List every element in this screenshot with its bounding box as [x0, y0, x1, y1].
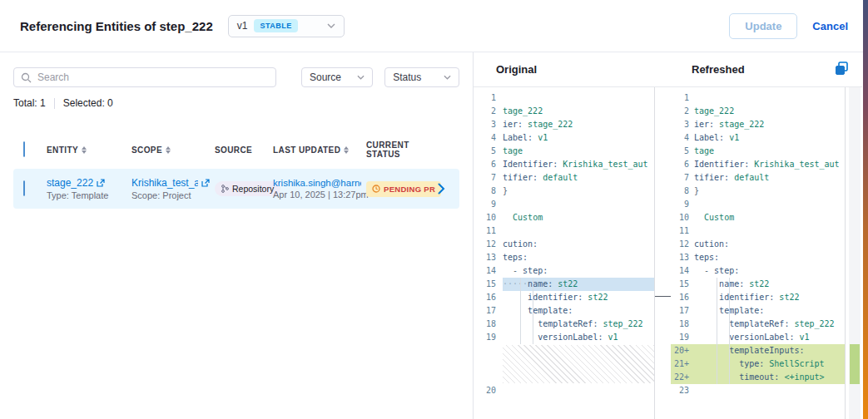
row-checkbox[interactable] — [23, 180, 25, 196]
entity-name-link[interactable]: stage_222 — [47, 177, 93, 189]
scope-sub: Scope: Project — [131, 190, 215, 200]
indent-guide — [533, 278, 533, 344]
line-number: 23 — [671, 384, 694, 397]
code-line: 5tage — [671, 145, 845, 158]
source-filter-dropdown[interactable]: Source — [301, 67, 373, 87]
sort-icon[interactable] — [166, 146, 171, 154]
line-number: 11 — [474, 224, 503, 238]
indent-guide — [729, 278, 730, 384]
page-edge-gradient — [863, 0, 868, 419]
code-line: 19 versionLabel: v1 — [474, 331, 654, 344]
version-value: v1 — [237, 20, 248, 32]
status-badge: PENDING PR — [366, 181, 441, 197]
table-row[interactable]: stage_222 Type: Template Krishika_test_a… — [13, 169, 459, 209]
code-line: 7tifier: default — [474, 171, 654, 185]
code-line: 19 versionLabel: v1 — [671, 331, 845, 344]
line-number: 8 — [671, 185, 694, 198]
stable-badge: STABLE — [254, 19, 297, 32]
original-title: Original — [496, 63, 537, 76]
sort-icon[interactable] — [344, 146, 349, 154]
line-number: 10 — [474, 211, 503, 224]
entity-type: Type: Template — [47, 190, 131, 200]
code-line: 4Label: v1 — [474, 131, 654, 145]
line-number: 17 — [671, 304, 694, 318]
search-icon — [21, 72, 32, 83]
line-number: 19 — [671, 331, 694, 344]
column-last-updated[interactable]: LAST UPDATED — [273, 145, 366, 155]
external-link-icon[interactable] — [97, 179, 105, 187]
code-line: 14 - step: — [474, 264, 654, 278]
column-scope[interactable]: SCOPE — [131, 145, 215, 155]
code-line: 5tage — [474, 145, 654, 158]
line-number: 22+ — [671, 371, 694, 384]
code-line: 10 Custom — [474, 211, 654, 224]
external-link-icon[interactable] — [201, 179, 210, 187]
line-number: 6 — [474, 158, 503, 171]
updated-at: Apr 10, 2025 | 13:27pm — [273, 190, 361, 200]
top-bar: Referencing Entities of step_222 v1 STAB… — [0, 0, 868, 52]
code-line: 13teps: — [474, 251, 654, 264]
code-line: 11 — [474, 224, 654, 238]
code-line: 14 - step: — [671, 264, 845, 278]
code-line: 6Identifier: Krishika_test_aut — [671, 158, 845, 171]
referencing-entities-panel: Source Status Total: 1 Selected: 0 ENTIT… — [0, 52, 473, 419]
code-line: 15 name: st22 — [671, 278, 845, 291]
code-line: 4Label: v1 — [671, 131, 845, 145]
row-expand-chevron[interactable] — [438, 183, 459, 195]
yaml-diff-panel: Original Refreshed 12tage_2223ier: stage… — [473, 52, 862, 419]
original-code-editor[interactable]: 12tage_2223ier: stage_2224Label: v15tage… — [474, 87, 655, 419]
code-line: 17 template: — [474, 304, 654, 318]
sort-icon[interactable] — [82, 146, 87, 154]
updated-by-link[interactable]: krishika.singh@harnes... — [273, 178, 361, 188]
select-all-checkbox[interactable] — [23, 141, 25, 157]
line-number: 1 — [474, 91, 503, 105]
indent-guide — [717, 278, 717, 384]
line-number: 8 — [474, 185, 503, 198]
line-number: 14 — [671, 264, 694, 278]
total-count: Total: 1 — [13, 97, 46, 109]
code-line: 3ier: stage_222 — [474, 118, 654, 131]
chevron-down-icon — [357, 75, 365, 80]
selected-count: Selected: 0 — [63, 97, 113, 109]
line-number: 3 — [671, 118, 694, 131]
cancel-button[interactable]: Cancel — [812, 20, 848, 32]
code-line: 20 — [474, 384, 654, 397]
table-header: ENTITY SCOPE SOURCE LAST UPDATED CURRENT… — [0, 140, 473, 157]
status-filter-dropdown[interactable]: Status — [384, 67, 459, 87]
scope-name-link[interactable]: Krishika_test_au... — [131, 177, 198, 189]
code-line: 9 — [671, 198, 845, 211]
code-line: 22+ timeout: <+input> — [671, 371, 845, 384]
line-number: 18 — [671, 318, 694, 331]
line-number: 9 — [671, 198, 694, 211]
refreshed-code-editor[interactable]: 12tage_2223ier: stage_2224Label: v15tage… — [671, 87, 846, 419]
code-line: 16 identifier: st22 — [671, 291, 845, 304]
copy-icon[interactable] — [835, 62, 849, 76]
update-button[interactable]: Update — [729, 13, 797, 39]
code-line: 1 — [474, 91, 654, 105]
added-lines-marker — [850, 344, 860, 384]
version-select[interactable]: v1 STABLE — [228, 15, 345, 37]
line-number: 15 — [474, 278, 503, 291]
column-entity[interactable]: ENTITY — [47, 145, 131, 155]
line-number: 11 — [671, 224, 694, 238]
code-line: 13teps: — [671, 251, 845, 264]
line-number: 21+ — [671, 357, 694, 371]
line-number: 9 — [474, 198, 503, 211]
line-number: 12 — [671, 238, 694, 251]
code-line: 9 — [474, 198, 654, 211]
diff-overview-ruler[interactable] — [849, 87, 861, 419]
diff-header: Original Refreshed — [474, 52, 862, 87]
code-line: 6Identifier: Krishika_test_aut — [474, 158, 654, 171]
code-line: 2tage_222 — [671, 105, 845, 118]
line-number: 15 — [671, 278, 694, 291]
search-input[interactable] — [37, 71, 269, 83]
chevron-down-icon — [327, 23, 335, 28]
line-number: 20 — [474, 384, 503, 397]
diff-change-marker — [655, 296, 671, 297]
code-line: 17 template: — [671, 304, 845, 318]
line-number: 2 — [671, 105, 694, 118]
diff-filler-block — [474, 344, 654, 384]
column-source: SOURCE — [215, 145, 273, 155]
code-line: 21+ type: ShellScript — [671, 357, 845, 371]
column-current-status: CURRENT STATUS — [366, 140, 438, 159]
